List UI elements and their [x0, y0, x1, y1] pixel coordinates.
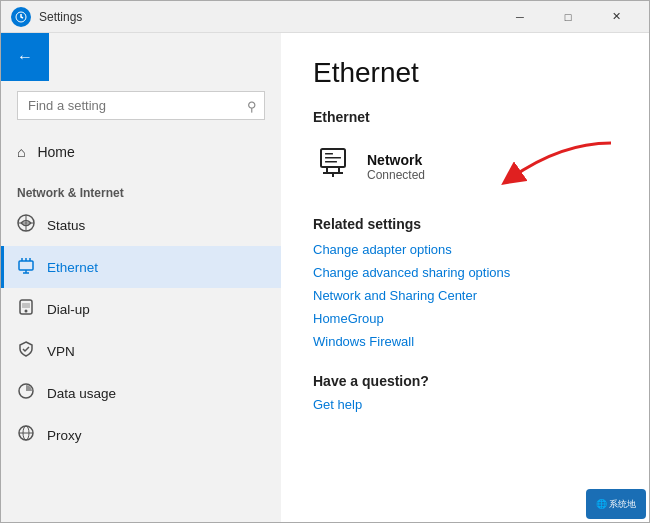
svg-rect-12: [22, 303, 30, 308]
watermark: 🌐 系统地: [586, 489, 646, 519]
sidebar-item-ethernet[interactable]: Ethernet: [1, 246, 281, 288]
svg-rect-23: [325, 153, 333, 155]
titlebar: Settings ─ □ ✕: [1, 1, 649, 33]
search-container: ⚲: [17, 91, 265, 120]
vpn-label: VPN: [47, 344, 75, 359]
minimize-button[interactable]: ─: [497, 1, 543, 33]
datausage-label: Data usage: [47, 386, 116, 401]
dialup-icon: [17, 298, 35, 320]
have-question-title: Have a question?: [313, 373, 617, 389]
proxy-icon: [17, 424, 35, 446]
have-a-question: Have a question? Get help: [313, 373, 617, 412]
network-info: Network Connected: [367, 152, 425, 182]
sidebar: ← ⚲ ⌂ Home Network & Internet Status: [1, 33, 281, 523]
link-firewall[interactable]: Windows Firewall: [313, 334, 617, 349]
home-label: Home: [37, 144, 74, 160]
link-sharing-center[interactable]: Network and Sharing Center: [313, 288, 617, 303]
home-icon: ⌂: [17, 144, 25, 160]
dialup-label: Dial-up: [47, 302, 90, 317]
sidebar-item-status[interactable]: Status: [1, 204, 281, 246]
ethernet-label: Ethernet: [47, 260, 98, 275]
network-name: Network: [367, 152, 425, 168]
sidebar-item-dialup[interactable]: Dial-up: [1, 288, 281, 330]
main-content: Ethernet Ethernet Network Connected: [281, 33, 649, 523]
sidebar-section-label: Network & Internet: [1, 174, 281, 204]
datausage-icon: [17, 382, 35, 404]
app-container: ← ⚲ ⌂ Home Network & Internet Status: [1, 33, 649, 523]
sidebar-item-datausage[interactable]: Data usage: [1, 372, 281, 414]
close-button[interactable]: ✕: [593, 1, 639, 33]
sidebar-item-proxy[interactable]: Proxy: [1, 414, 281, 456]
network-item[interactable]: Network Connected: [313, 137, 617, 196]
page-title: Ethernet: [313, 57, 617, 89]
back-button[interactable]: ←: [1, 33, 49, 81]
app-icon: [11, 7, 31, 27]
status-label: Status: [47, 218, 85, 233]
link-homegroup[interactable]: HomeGroup: [313, 311, 617, 326]
watermark-text: 🌐 系统地: [596, 498, 637, 511]
titlebar-title: Settings: [39, 10, 497, 24]
ethernet-icon: [17, 256, 35, 278]
link-change-adapter[interactable]: Change adapter options: [313, 242, 617, 257]
link-advanced-sharing[interactable]: Change advanced sharing options: [313, 265, 617, 280]
sidebar-item-vpn[interactable]: VPN: [1, 330, 281, 372]
network-icon: [313, 145, 353, 188]
ethernet-section-title: Ethernet: [313, 109, 617, 125]
network-status: Connected: [367, 168, 425, 182]
vpn-icon: [17, 340, 35, 362]
get-help-link[interactable]: Get help: [313, 397, 617, 412]
svg-point-11: [25, 310, 28, 313]
svg-rect-25: [325, 161, 337, 163]
related-settings-title: Related settings: [313, 216, 617, 232]
svg-rect-24: [325, 157, 341, 159]
sidebar-item-home[interactable]: ⌂ Home: [1, 130, 281, 174]
proxy-label: Proxy: [47, 428, 82, 443]
titlebar-controls: ─ □ ✕: [497, 1, 639, 33]
search-input[interactable]: [17, 91, 265, 120]
search-icon: ⚲: [247, 98, 257, 113]
svg-rect-4: [19, 261, 33, 270]
maximize-button[interactable]: □: [545, 1, 591, 33]
status-icon: [17, 214, 35, 236]
